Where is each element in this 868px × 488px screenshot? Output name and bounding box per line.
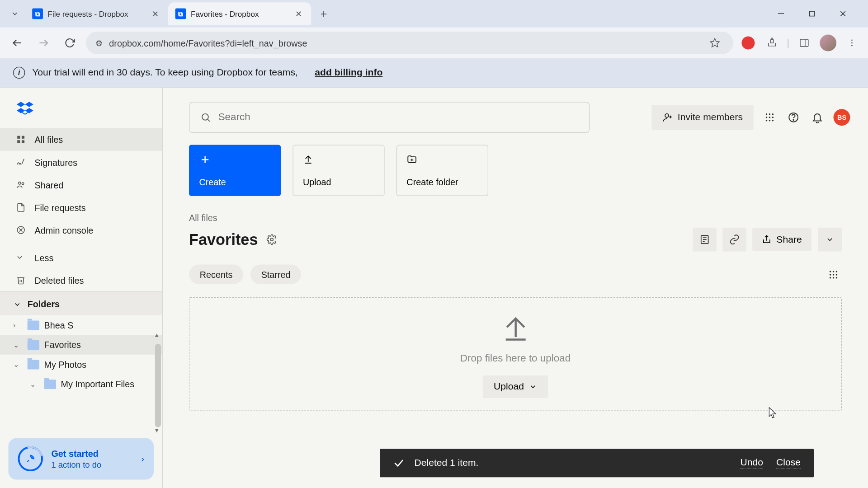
browser-tab-active[interactable]: ⧉ Favorites - Dropbox ✕ — [168, 2, 311, 25]
sidebar-item-label: Shared — [34, 180, 63, 190]
sidebar-item-deleted[interactable]: Deleted files — [0, 269, 162, 291]
svg-point-18 — [22, 183, 24, 184]
sidebar-item-file-requests[interactable]: File requests — [0, 196, 162, 219]
browser-tab-inactive[interactable]: ⧉ File requests - Dropbox ✕ — [25, 2, 168, 25]
invite-label: Invite members — [678, 112, 743, 123]
extension-adblock-icon[interactable] — [739, 34, 757, 52]
breadcrumb-root[interactable]: All files — [189, 213, 217, 223]
sidebar-item-label: Admin console — [34, 225, 93, 235]
sidebar-item-shared[interactable]: Shared — [0, 174, 162, 196]
svg-point-11 — [851, 42, 853, 44]
sidebar-item-all-files[interactable]: All files — [0, 128, 162, 151]
invite-members-button[interactable]: Invite members — [651, 105, 754, 130]
toast-close-button[interactable]: Close — [776, 457, 801, 469]
sidebar-item-label: Signatures — [34, 157, 77, 167]
window-minimize[interactable] — [768, 4, 794, 23]
window-maximize[interactable] — [799, 4, 825, 23]
nav-back-button[interactable] — [7, 33, 28, 53]
svg-point-57 — [836, 277, 838, 278]
upload-label: Upload — [303, 177, 374, 187]
url-input[interactable] — [109, 38, 700, 48]
help-icon[interactable] — [786, 110, 801, 125]
chip-recents[interactable]: Recents — [189, 265, 243, 285]
folder-icon — [28, 320, 39, 330]
get-started-card[interactable]: Get started 1 action to do › — [8, 438, 154, 479]
dropzone-upload-button[interactable]: Upload — [483, 375, 547, 398]
folder-item-bhea-s[interactable]: › Bhea S — [0, 315, 162, 335]
folder-item-favorites[interactable]: ⌄ Favorites — [0, 335, 162, 355]
file-preview-icon[interactable] — [693, 228, 717, 252]
profile-avatar[interactable] — [819, 34, 837, 52]
svg-point-54 — [836, 273, 838, 275]
site-settings-icon[interactable]: ⚙ — [95, 38, 103, 47]
folder-item-my-important-files[interactable]: ⌄ My Important Files — [0, 374, 162, 394]
address-bar[interactable]: ⚙ — [86, 32, 733, 54]
tab-close-icon[interactable]: ✕ — [293, 8, 304, 19]
dropbox-logo[interactable] — [17, 101, 33, 117]
svg-point-36 — [793, 119, 794, 120]
create-card[interactable]: Create — [189, 145, 281, 196]
admin-icon — [15, 225, 26, 235]
grid-view-toggle[interactable] — [825, 266, 842, 283]
chevron-down-icon[interactable]: ⌄ — [13, 341, 23, 349]
upload-card[interactable]: Upload — [292, 145, 384, 196]
share-dropdown[interactable] — [818, 228, 842, 252]
scrollbar-down-arrow[interactable]: ▼ — [154, 427, 161, 434]
bookmark-star-icon[interactable] — [706, 34, 724, 52]
tab-list-dropdown[interactable] — [5, 4, 25, 24]
apps-grid-icon[interactable] — [762, 110, 777, 125]
search-box[interactable] — [189, 102, 590, 133]
create-folder-label: Create folder — [406, 177, 478, 187]
copy-link-icon[interactable] — [723, 228, 747, 252]
trash-icon — [15, 275, 26, 286]
nav-reload-button[interactable] — [60, 33, 80, 53]
notifications-icon[interactable] — [810, 110, 825, 125]
create-folder-card[interactable]: Create folder — [396, 145, 488, 196]
svg-point-17 — [19, 182, 21, 184]
signature-icon — [15, 157, 26, 168]
nav-forward-button[interactable] — [33, 33, 54, 53]
grid-icon — [15, 134, 26, 145]
folders-section-header[interactable]: Folders — [0, 291, 162, 315]
user-avatar[interactable]: BS — [834, 109, 850, 126]
get-started-subtitle: 1 action to do — [51, 460, 101, 469]
sidebar-item-less[interactable]: Less — [0, 246, 162, 269]
check-icon — [393, 457, 405, 469]
sidebar-item-label: Less — [34, 252, 53, 262]
folder-settings-icon[interactable] — [266, 234, 277, 245]
new-tab-button[interactable]: ＋ — [315, 5, 333, 23]
extensions-icon[interactable] — [763, 34, 781, 52]
sidebar-item-admin-console[interactable]: Admin console — [0, 219, 162, 241]
svg-point-28 — [772, 113, 774, 115]
sidebar-scrollbar[interactable] — [155, 344, 161, 427]
search-input[interactable] — [218, 112, 578, 123]
toast-undo-button[interactable]: Undo — [741, 457, 763, 469]
chevron-right-icon[interactable]: › — [13, 321, 23, 329]
chip-starred[interactable]: Starred — [250, 265, 301, 285]
sidebar-item-label: All files — [34, 134, 63, 144]
chevron-down-icon[interactable]: ⌄ — [13, 360, 23, 368]
chevron-right-icon: › — [141, 454, 144, 465]
browser-menu-icon[interactable] — [843, 34, 861, 52]
chevron-down-icon — [13, 300, 21, 308]
tab-close-icon[interactable]: ✕ — [150, 8, 161, 19]
side-panel-icon[interactable] — [795, 34, 813, 52]
sidebar-item-signatures[interactable]: Signatures — [0, 151, 162, 174]
window-close[interactable] — [830, 4, 856, 23]
share-button[interactable]: Share — [753, 228, 811, 251]
chevron-down-icon — [528, 383, 537, 391]
chevron-down-icon[interactable]: ⌄ — [30, 380, 39, 388]
main-content: Invite members BS Create Upload Create f… — [163, 88, 868, 488]
upload-label: Upload — [494, 381, 524, 392]
svg-point-27 — [769, 113, 771, 115]
svg-point-52 — [830, 273, 831, 275]
dropzone[interactable]: Drop files here to upload Upload — [189, 297, 842, 411]
scrollbar-up-arrow[interactable]: ▲ — [154, 332, 161, 339]
person-add-icon — [662, 112, 673, 123]
search-icon — [200, 112, 211, 123]
folder-item-my-photos[interactable]: ⌄ My Photos — [0, 355, 162, 375]
share-label: Share — [776, 234, 802, 245]
svg-point-7 — [771, 38, 773, 40]
add-billing-link[interactable]: add billing info — [315, 67, 382, 78]
svg-rect-13 — [17, 136, 20, 139]
